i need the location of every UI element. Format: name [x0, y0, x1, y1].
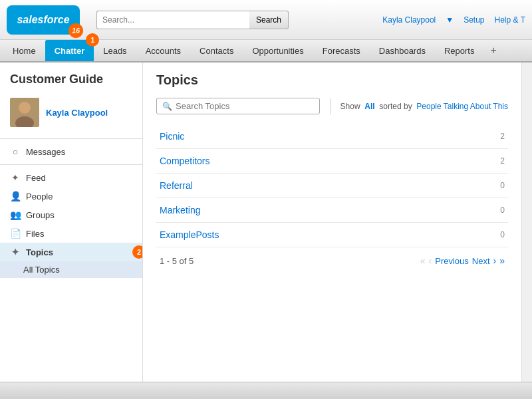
sidebar-item-topics[interactable]: ✦ Topics 2	[0, 243, 142, 261]
nav-item-accounts[interactable]: Accounts	[136, 40, 190, 61]
topics-icon: ✦	[10, 247, 21, 257]
sidebar-files-label: Files	[26, 229, 44, 239]
topic-name-picnic[interactable]: Picnic	[160, 131, 184, 142]
nav-item-reports[interactable]: Reports	[435, 40, 484, 61]
nav-item-contacts[interactable]: Contacts	[190, 40, 243, 61]
topics-toolbar: 🔍 Show All sorted by People Talking Abou…	[156, 98, 508, 114]
next-arrow-button[interactable]: ›	[493, 255, 497, 266]
sidebar-title: Customer Guide	[0, 69, 142, 94]
nav-item-dashboards[interactable]: Dashboards	[370, 40, 435, 61]
topic-name-referral[interactable]: Referral	[160, 180, 193, 191]
search-area: Search	[96, 11, 309, 29]
user-dropdown-icon[interactable]: ▼	[446, 15, 454, 25]
sidebar-item-files[interactable]: 📄 Files	[0, 224, 142, 243]
next-page-button[interactable]: Next	[472, 256, 490, 266]
scroll-indicator[interactable]	[521, 63, 532, 382]
nav-item-home[interactable]: Home	[3, 40, 45, 61]
sidebar-divider-1	[0, 138, 142, 139]
topic-count-picnic: 2	[500, 132, 505, 141]
setup-link[interactable]: Setup	[464, 15, 484, 25]
logo-area: salesforce 16	[7, 5, 80, 35]
topic-row: ExamplePosts 0	[156, 223, 508, 247]
nav-item-opportunities[interactable]: Opportunities	[243, 40, 313, 61]
main-content: Customer Guide Kayla Claypool ○ Messages	[0, 63, 532, 382]
sorted-by-label: sorted by	[379, 102, 412, 111]
groups-icon: 👥	[10, 209, 21, 220]
sidebar-item-messages[interactable]: ○ Messages	[0, 142, 142, 161]
messages-icon: ○	[10, 146, 21, 157]
step2-bubble: 2	[132, 245, 143, 259]
page-controls: « ‹ Previous Next › »	[420, 255, 505, 266]
topic-name-competitors[interactable]: Competitors	[160, 156, 209, 166]
topic-row: Competitors 2	[156, 149, 508, 174]
help-link[interactable]: Help & T	[495, 15, 525, 25]
sidebar-item-feed[interactable]: ✦ Feed	[0, 168, 142, 187]
topic-count-exampleposts: 0	[500, 230, 505, 239]
sidebar-item-all-topics[interactable]: All Topics	[0, 261, 142, 278]
sidebar-topics-label: Topics	[26, 247, 53, 257]
search-button[interactable]: Search	[249, 11, 289, 29]
topic-row: Picnic 2	[156, 124, 508, 149]
salesforce-logo[interactable]: salesforce 16	[7, 5, 80, 35]
sidebar-item-groups[interactable]: 👥 Groups	[0, 205, 142, 224]
topics-search-wrap[interactable]: 🔍	[156, 98, 320, 114]
search-input[interactable]	[96, 11, 249, 29]
user-profile[interactable]: Kayla Claypool	[0, 94, 142, 135]
sidebar-feed-label: Feed	[26, 173, 46, 183]
avatar-image	[10, 98, 39, 127]
people-icon: 👤	[10, 191, 21, 201]
page-title: Topics	[156, 72, 508, 88]
files-icon: 📄	[10, 228, 21, 239]
topic-count-referral: 0	[500, 181, 505, 190]
page-info: 1 - 5 of 5	[160, 256, 194, 266]
nav-add-button[interactable]: +	[483, 40, 503, 61]
header: salesforce 16 Search Kayla Claypool ▼ Se…	[0, 0, 532, 40]
show-filter: Show All sorted by People Talking About …	[340, 102, 508, 111]
nav-item-leads[interactable]: Leads	[94, 40, 136, 61]
content-panel: Topics 🔍 Show All sorted by People Talki…	[143, 63, 521, 382]
svg-point-1	[19, 102, 31, 114]
topic-row: Referral 0	[156, 174, 508, 198]
sidebar-messages-label: Messages	[26, 147, 65, 157]
topic-name-marketing[interactable]: Marketing	[160, 205, 200, 215]
sidebar-divider-2	[0, 164, 142, 165]
topic-count-competitors: 2	[500, 156, 505, 166]
sidebar-people-label: People	[26, 192, 53, 201]
show-label: Show	[340, 102, 360, 111]
first-page-button[interactable]: «	[420, 255, 426, 266]
topic-row: Marketing 0	[156, 198, 508, 223]
nav-item-forecasts[interactable]: Forecasts	[313, 40, 370, 61]
pagination: 1 - 5 of 5 « ‹ Previous Next › »	[156, 247, 508, 269]
feed-icon: ✦	[10, 172, 21, 183]
sidebar-item-people[interactable]: 👤 People	[0, 187, 142, 205]
sidebar: Customer Guide Kayla Claypool ○ Messages	[0, 63, 143, 382]
topics-search-input[interactable]	[176, 101, 314, 111]
navbar: Home Chatter 1 Leads Accounts Contacts O…	[0, 40, 532, 63]
prev-page-button[interactable]: Previous	[435, 256, 469, 266]
last-page-button[interactable]: »	[499, 255, 505, 266]
user-profile-name[interactable]: Kayla Claypool	[46, 108, 108, 118]
logo-badge: 16	[68, 23, 83, 38]
toolbar-divider	[330, 98, 331, 114]
logo-text: salesforce	[17, 14, 69, 26]
topic-name-exampleposts[interactable]: ExamplePosts	[160, 229, 219, 240]
prev-arrow-button[interactable]: ‹	[429, 255, 432, 266]
sidebar-groups-label: Groups	[26, 210, 55, 220]
show-all-link[interactable]: All	[364, 102, 374, 111]
user-area: Kayla Claypool ▼ Setup Help & T	[382, 15, 525, 25]
statusbar	[0, 382, 532, 399]
sorted-by-link[interactable]: People Talking About This	[416, 102, 508, 111]
user-name-header[interactable]: Kayla Claypool	[382, 15, 436, 25]
nav-item-chatter[interactable]: Chatter 1	[45, 40, 94, 61]
all-topics-label: All Topics	[23, 265, 60, 275]
search-icon: 🔍	[162, 102, 172, 111]
avatar	[10, 98, 39, 127]
topic-count-marketing: 0	[500, 205, 505, 215]
nav-chatter-label: Chatter	[55, 46, 85, 56]
